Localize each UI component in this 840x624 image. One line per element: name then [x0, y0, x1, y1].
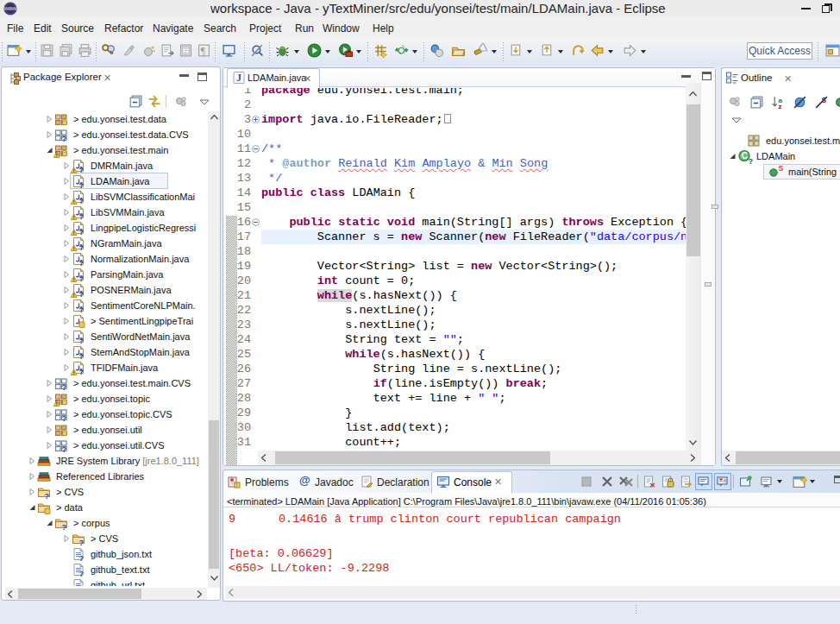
svg-text:S: S [779, 164, 784, 173]
svg-text:J: J [236, 72, 241, 84]
svg-text:!: ! [236, 482, 238, 488]
svg-text:¶: ¶ [201, 46, 206, 57]
svg-text:z: z [779, 103, 782, 110]
svg-text:?: ? [749, 157, 754, 166]
svg-text:C: C [742, 151, 748, 161]
